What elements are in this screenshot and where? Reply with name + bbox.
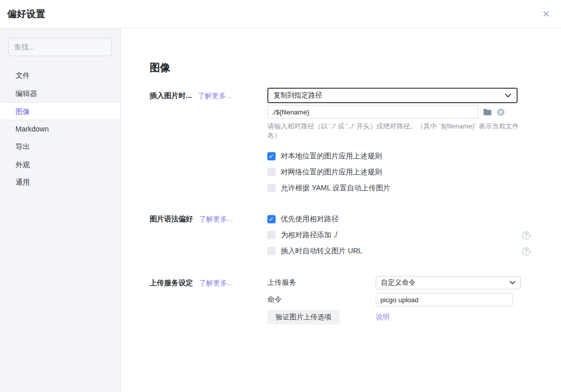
sidebar-item-appearance[interactable]: 外观 xyxy=(0,156,120,174)
copy-path-input[interactable] xyxy=(267,105,478,119)
command-input[interactable] xyxy=(376,293,513,306)
add-dot-slash-row: 为相对路径添加 ./ ? xyxy=(267,231,530,240)
chevron-down-icon xyxy=(505,93,511,98)
upload-service-label: 上传服务 xyxy=(267,278,376,287)
upload-service-section-label: 上传服务设定 xyxy=(150,279,193,287)
add-dot-slash-label: 为相对路径添加 ./ xyxy=(281,231,338,240)
apply-online-images-row: 对网络位置的图片应用上述规则 xyxy=(267,168,530,177)
apply-local-images-row: 对本地位置的图片应用上述规则 xyxy=(267,152,530,161)
escape-url-label: 插入时自动转义图片 URL xyxy=(281,247,362,256)
yaml-auto-upload-checkbox[interactable] xyxy=(267,184,276,192)
folder-browse-icon[interactable] xyxy=(483,108,492,116)
settings-sidebar: 文件 编辑器 图像 Markdown 导出 外观 通用 xyxy=(0,28,121,392)
command-label: 命令 xyxy=(267,295,376,304)
sidebar-item-file[interactable]: 文件 xyxy=(0,67,120,85)
apply-online-images-label: 对网络位置的图片应用上述规则 xyxy=(281,168,382,177)
prefer-relative-path-label: 优先使用相对路径 xyxy=(281,215,339,224)
escape-url-row: 插入时自动转义图片 URL ? xyxy=(267,247,530,256)
sidebar-item-markdown[interactable]: Markdown xyxy=(0,120,120,138)
apply-local-images-label: 对本地位置的图片应用上述规则 xyxy=(281,152,382,161)
upload-service-section: 上传服务设定 了解更多... 上传服务 自定义命令 命令 xyxy=(150,276,530,324)
upload-service-select[interactable]: 自定义命令 xyxy=(376,276,521,289)
insert-action-select[interactable]: 复制到指定路径 xyxy=(267,88,518,103)
help-icon[interactable]: ? xyxy=(522,248,530,255)
verify-row: 验证图片上传选项 说明 xyxy=(267,310,530,324)
image-syntax-label: 图片语法偏好 xyxy=(150,215,193,223)
upload-service-row: 上传服务 自定义命令 xyxy=(267,276,530,289)
sidebar-item-image[interactable]: 图像 xyxy=(0,102,120,120)
yaml-auto-upload-row: 允许根据 YAML 设置自动上传图片 xyxy=(267,184,530,193)
command-row: 命令 xyxy=(267,293,530,306)
verify-upload-button[interactable]: 验证图片上传选项 xyxy=(267,310,340,324)
image-syntax-section: 图片语法偏好 了解更多... 优先使用相对路径 为相对路径添加 ./ ? 插入时… xyxy=(150,215,530,256)
upload-service-select-value: 自定义命令 xyxy=(381,278,416,287)
insert-learn-more-link[interactable]: 了解更多... xyxy=(198,92,232,100)
dialog-header: 偏好设置 × xyxy=(0,0,561,28)
upload-service-label-group: 上传服务设定 了解更多... xyxy=(150,276,267,324)
chevron-down-icon xyxy=(509,281,516,285)
upload-learn-more-link[interactable]: 了解更多... xyxy=(199,279,233,287)
dialog-title: 偏好设置 xyxy=(7,8,45,20)
search-input[interactable] xyxy=(8,38,112,56)
apply-online-images-checkbox[interactable] xyxy=(267,168,276,176)
image-syntax-label-group: 图片语法偏好 了解更多... xyxy=(150,215,267,256)
path-hint-text: 请输入相对路径（以 './' 或 '../' 开头）或绝对路径。（其中 `${f… xyxy=(267,122,530,140)
sidebar-item-export[interactable]: 导出 xyxy=(0,138,120,156)
add-dot-slash-checkbox[interactable] xyxy=(267,231,276,239)
insert-image-section: 插入图片时... 了解更多... 复制到指定路径 xyxy=(150,88,530,193)
insert-image-label-group: 插入图片时... 了解更多... xyxy=(150,88,267,193)
image-settings-panel: 图像 插入图片时... 了解更多... 复制到指定路径 xyxy=(121,28,561,392)
close-icon[interactable]: × xyxy=(542,8,550,20)
sidebar-item-editor[interactable]: 编辑器 xyxy=(0,85,120,103)
escape-url-checkbox[interactable] xyxy=(267,247,276,255)
sidebar-item-general[interactable]: 通用 xyxy=(0,173,120,191)
syntax-learn-more-link[interactable]: 了解更多... xyxy=(199,215,233,223)
insert-action-select-value: 复制到指定路径 xyxy=(274,91,323,100)
clear-path-icon[interactable] xyxy=(497,108,505,116)
help-icon[interactable]: ? xyxy=(522,232,530,239)
apply-local-images-checkbox[interactable] xyxy=(267,152,276,160)
upload-help-link[interactable]: 说明 xyxy=(376,313,390,322)
prefer-relative-path-row: 优先使用相对路径 xyxy=(267,215,530,224)
prefer-relative-path-checkbox[interactable] xyxy=(267,215,276,223)
yaml-auto-upload-label: 允许根据 YAML 设置自动上传图片 xyxy=(281,184,390,193)
page-title: 图像 xyxy=(150,60,530,75)
insert-image-label: 插入图片时... xyxy=(150,91,192,100)
